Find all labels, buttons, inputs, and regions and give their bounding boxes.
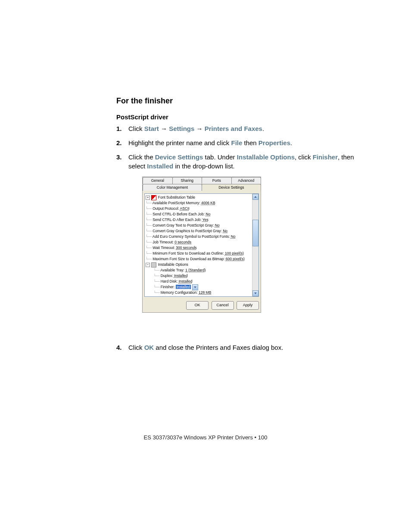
properties-dialog: General Sharing Ports Advanced Color Man… bbox=[142, 177, 261, 313]
finisher-value[interactable]: Installed bbox=[176, 285, 191, 289]
ui-installable-options: Installable Options bbox=[237, 153, 295, 161]
step-2: Highlight the printer name and click Fil… bbox=[116, 138, 358, 147]
ui-settings: Settings bbox=[169, 125, 194, 132]
page-footer: ES 3037/3037e Windows XP Printer Drivers… bbox=[0, 434, 411, 441]
chevron-down-icon[interactable] bbox=[192, 284, 198, 290]
ui-device-settings: Device Settings bbox=[155, 153, 203, 161]
options-icon bbox=[151, 262, 156, 268]
scroll-thumb[interactable] bbox=[252, 220, 258, 246]
scroll-up-icon[interactable] bbox=[252, 194, 258, 200]
ui-ok: OK bbox=[144, 344, 154, 351]
ok-button[interactable]: OK bbox=[186, 301, 209, 310]
font-icon bbox=[151, 195, 156, 200]
ui-file: File bbox=[231, 139, 242, 146]
expand-icon[interactable]: + bbox=[146, 196, 150, 200]
cancel-button[interactable]: Cancel bbox=[212, 301, 234, 310]
finisher-row[interactable]: └── Finisher: Installed bbox=[146, 284, 252, 290]
collapse-icon[interactable]: − bbox=[146, 263, 150, 267]
tab-advanced[interactable]: Advanced bbox=[231, 177, 262, 184]
ui-printers-faxes: Printers and Faxes bbox=[205, 125, 262, 132]
ui-finisher: Finisher bbox=[313, 153, 338, 161]
step-4: Click OK and close the Printers and Faxe… bbox=[116, 343, 358, 352]
ui-installed: Installed bbox=[147, 162, 173, 170]
step-3: Click the Device Settings tab. Under Ins… bbox=[116, 152, 358, 313]
ui-properties: Properties bbox=[258, 139, 290, 146]
settings-tree[interactable]: + Font Substitution Table └── Available … bbox=[144, 193, 259, 297]
scrollbar[interactable] bbox=[252, 194, 258, 296]
step-1: Click Start → Settings → Printers and Fa… bbox=[116, 124, 358, 133]
tab-sharing[interactable]: Sharing bbox=[172, 177, 202, 184]
tab-general[interactable]: General bbox=[143, 177, 173, 184]
section-heading: For the finisher bbox=[116, 96, 358, 106]
tab-color-management[interactable]: Color Management bbox=[143, 184, 202, 191]
tab-device-settings[interactable]: Device Settings bbox=[202, 184, 261, 191]
subsection-heading: PostScript driver bbox=[116, 113, 358, 121]
ui-start: Start bbox=[144, 125, 159, 132]
apply-button[interactable]: Apply bbox=[237, 301, 259, 310]
scroll-down-icon[interactable] bbox=[252, 290, 258, 296]
tab-ports[interactable]: Ports bbox=[202, 177, 232, 184]
